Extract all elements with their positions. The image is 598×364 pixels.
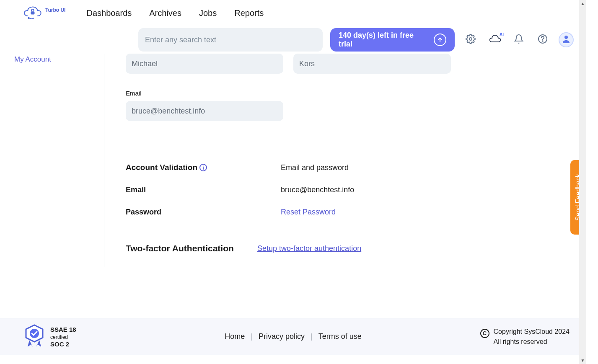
info-icon[interactable] <box>199 163 207 172</box>
badge-line3: SOC 2 <box>50 341 76 348</box>
scroll-up-arrow-icon[interactable]: ▲ <box>579 0 586 7</box>
compliance-badge: SSAE 18 certified SOC 2 <box>23 323 76 350</box>
gear-icon <box>466 34 476 46</box>
help-circle-icon <box>538 34 548 46</box>
copyright-icon: C <box>480 329 489 338</box>
sidebar: My Account <box>0 54 105 64</box>
badge-line1: SSAE 18 <box>50 326 76 333</box>
toolbar: 140 day(s) left in free trial AI <box>0 26 586 54</box>
vertical-scrollbar[interactable]: ▲ ▼ <box>579 0 586 364</box>
logo-text: Turbo UI <box>45 7 65 13</box>
search-input[interactable] <box>138 28 323 52</box>
trial-upgrade-button[interactable]: 140 day(s) left in free trial <box>330 28 455 52</box>
footer-home-link[interactable]: Home <box>225 332 245 341</box>
help-button[interactable] <box>535 31 551 48</box>
ai-badge: AI <box>500 32 504 37</box>
cloud-ai-button[interactable]: AI <box>486 31 503 48</box>
account-validation-heading: Account Validation <box>126 163 281 172</box>
svg-point-4 <box>564 36 568 39</box>
badge-line2: certified <box>50 334 68 340</box>
copyright-line2: All rights reserved <box>494 338 570 346</box>
validation-email-value: bruce@benchtest.info <box>281 186 354 194</box>
tfa-heading: Two-factor Authentication <box>126 243 257 253</box>
nav-links: Dashboards Archives Jobs Reports <box>86 6 264 21</box>
svg-rect-0 <box>31 11 34 14</box>
email-field[interactable]: bruce@benchtest.info <box>126 101 283 121</box>
footer-terms-link[interactable]: Terms of use <box>318 332 362 341</box>
svg-point-3 <box>543 41 544 41</box>
copyright-line1: Copyright SysCloud 2024 <box>494 328 570 336</box>
ribbon-badge-icon <box>23 323 45 350</box>
footer: SSAE 18 certified SOC 2 Home | Privacy p… <box>0 318 586 355</box>
account-avatar-button[interactable] <box>559 32 574 47</box>
nav-reports[interactable]: Reports <box>234 6 264 21</box>
account-validation-method: Email and password <box>281 163 349 172</box>
email-field-label: Email <box>126 90 586 97</box>
footer-copyright: C Copyright SysCloud 2024 All rights res… <box>480 328 570 346</box>
notifications-button[interactable] <box>510 31 527 48</box>
scroll-down-arrow-icon[interactable]: ▼ <box>579 357 586 364</box>
password-label: Password <box>126 208 281 217</box>
main-content: Michael Kors Email bruce@benchtest.info … <box>104 54 586 253</box>
nav-dashboards[interactable]: Dashboards <box>86 6 132 21</box>
nav-archives[interactable]: Archives <box>149 6 181 21</box>
top-nav: Turbo UI Dashboards Archives Jobs Report… <box>0 0 586 26</box>
nav-jobs[interactable]: Jobs <box>199 6 217 21</box>
trial-text: 140 day(s) left in free trial <box>339 31 429 49</box>
footer-privacy-link[interactable]: Privacy policy <box>259 332 305 341</box>
setup-tfa-link[interactable]: Setup two-factor authentication <box>257 244 361 253</box>
footer-links: Home | Privacy policy | Terms of use <box>225 332 361 341</box>
svg-point-1 <box>469 38 472 40</box>
validation-email-label: Email <box>126 186 281 194</box>
logo[interactable]: Turbo UI <box>21 4 65 22</box>
arrow-up-circle-icon <box>434 34 446 46</box>
cloud-lock-icon <box>21 4 44 22</box>
bell-icon <box>514 34 523 46</box>
first-name-field[interactable]: Michael <box>126 54 283 74</box>
person-icon <box>562 34 571 45</box>
settings-button[interactable] <box>462 31 479 48</box>
sidebar-item-my-account[interactable]: My Account <box>14 55 105 64</box>
reset-password-link[interactable]: Reset Password <box>281 208 336 217</box>
svg-point-6 <box>203 166 204 167</box>
last-name-field[interactable]: Kors <box>293 54 451 74</box>
